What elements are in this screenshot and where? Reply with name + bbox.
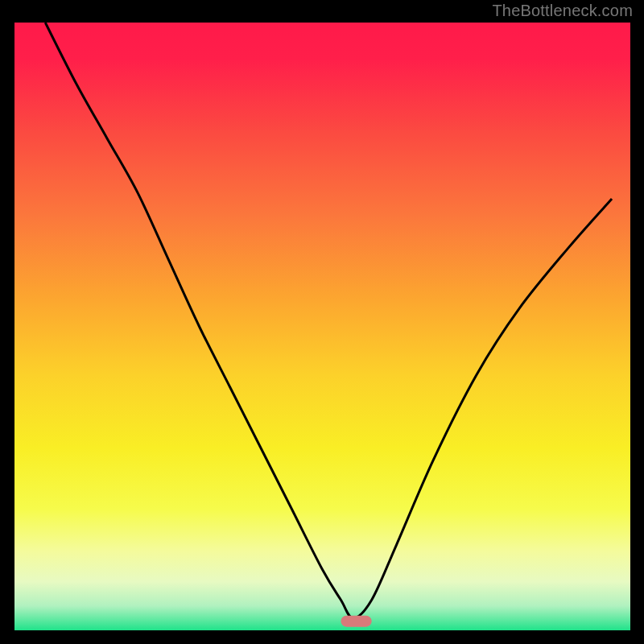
bottleneck-chart: [0, 0, 644, 644]
optimum-marker: [341, 616, 371, 627]
plot-background: [14, 23, 630, 630]
chart-container: TheBottleneck.com: [0, 0, 644, 644]
